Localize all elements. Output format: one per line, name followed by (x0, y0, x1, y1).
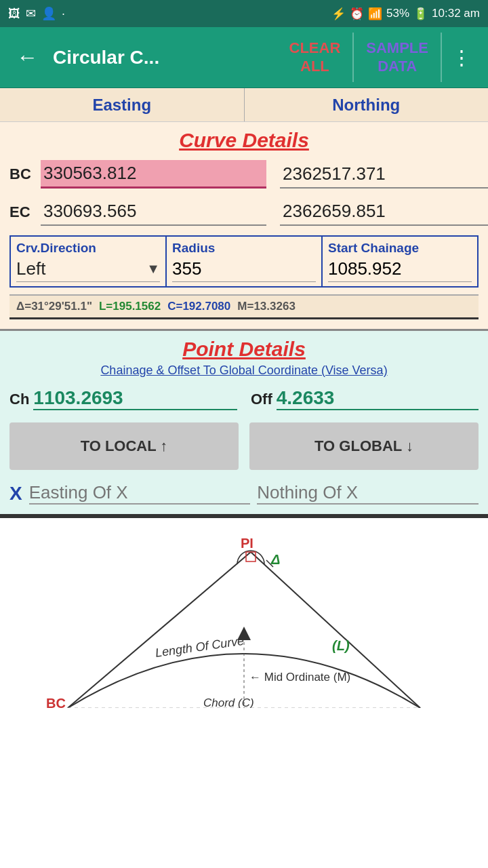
svg-text:Δ: Δ (270, 552, 280, 567)
direction-select[interactable]: Left ▼ (16, 258, 160, 282)
curve-details-section: Curve Details BC EC Crv.Direction Left ▼… (0, 122, 488, 331)
direction-cell: Crv.Direction Left ▼ (11, 237, 167, 286)
m-stat: M=13.3263 (237, 300, 296, 313)
northing-header: Northing (245, 88, 489, 121)
wifi-icon: 📶 (368, 7, 382, 21)
bc-easting-input[interactable] (41, 160, 266, 189)
action-buttons: TO LOCAL ↑ TO GLOBAL ↓ (9, 422, 479, 470)
image-icon: 🖼 (8, 7, 20, 21)
svg-text:Chord (C): Chord (C) (203, 696, 254, 708)
alarm-icon: ⏰ (350, 7, 364, 21)
person-icon: 👤 (41, 6, 56, 21)
radius-cell: Radius (167, 237, 323, 286)
sample-data-button[interactable]: SAMPLEDATA (354, 33, 442, 82)
curve-diagram: PI Δ Length Of Curve (L) ← Mid Ordinate … (0, 516, 488, 711)
svg-text:BC: BC (46, 696, 66, 708)
clear-all-button[interactable]: CLEARALL (277, 33, 354, 82)
ch-field: Ch (9, 387, 237, 410)
off-field: Off (251, 387, 479, 410)
x-label: X (9, 483, 22, 505)
curve-diagram-svg: PI Δ Length Of Curve (L) ← Mid Ordinate … (0, 518, 488, 708)
delta-stat: Δ=31°29'51.1" (16, 300, 92, 313)
direction-value: Left (16, 258, 45, 279)
northing-x-input[interactable] (257, 482, 479, 505)
radius-label: Radius (172, 241, 316, 256)
back-button[interactable]: ← (7, 39, 47, 75)
chainage-value (328, 258, 472, 282)
battery-text: 53% (386, 7, 409, 20)
status-bar: 🖼 ✉ 👤 · ⚡ ⏰ 📶 53% 🔋 10:32 am (0, 0, 488, 27)
chainage-cell: Start Chainage (323, 237, 477, 286)
off-input[interactable] (277, 387, 479, 410)
pi-label: PI (241, 536, 253, 551)
bc-northing-input[interactable] (280, 161, 488, 189)
status-left-icons: 🖼 ✉ 👤 · (8, 6, 65, 21)
off-label: Off (251, 391, 272, 408)
bluetooth-icon: ⚡ (331, 7, 346, 21)
ec-label: EC (9, 203, 41, 221)
direction-label: Crv.Direction (16, 241, 160, 256)
ch-off-row: Ch Off (9, 387, 479, 410)
ec-easting-input[interactable] (41, 198, 266, 226)
status-right-icons: ⚡ ⏰ 📶 53% 🔋 10:32 am (331, 7, 480, 21)
radius-value (172, 258, 316, 282)
page-title: Circular C... (47, 47, 277, 68)
coord-x-row: X (9, 482, 479, 505)
point-details-section: Point Details Chainage & Offset To Globa… (0, 331, 488, 516)
ch-label: Ch (9, 391, 29, 408)
svg-text:(L): (L) (332, 638, 350, 653)
l-stat: L=195.1562 (99, 300, 161, 313)
ch-input[interactable] (33, 387, 237, 410)
mail-icon: ✉ (26, 6, 36, 21)
bc-label: BC (9, 165, 41, 183)
direction-dropdown-arrow: ▼ (146, 261, 160, 277)
easting-x-input[interactable] (29, 482, 251, 505)
column-headers: Easting Northing (0, 88, 488, 122)
dot-icon: · (62, 7, 65, 21)
ec-northing-input[interactable] (280, 198, 488, 226)
easting-header: Easting (0, 88, 245, 121)
chainage-label: Start Chainage (328, 241, 472, 256)
toolbar: ← Circular C... CLEARALL SAMPLEDATA ⋮ (0, 27, 488, 88)
to-local-button[interactable]: TO LOCAL ↑ (9, 422, 239, 470)
stats-bar: Δ=31°29'51.1" L=195.1562 C=192.7080 M=13… (9, 294, 479, 319)
bc-row: BC (9, 160, 479, 189)
chainage-input[interactable] (328, 258, 472, 279)
time-display: 10:32 am (432, 7, 480, 20)
params-row: Crv.Direction Left ▼ Radius Start Chaina… (9, 235, 479, 288)
curve-details-title: Curve Details (9, 129, 479, 152)
more-options-button[interactable]: ⋮ (442, 39, 481, 76)
subtitle-link[interactable]: Chainage & Offset To Global Coordinate (… (9, 363, 479, 378)
battery-icon: 🔋 (413, 7, 428, 21)
point-details-title: Point Details (9, 338, 479, 361)
svg-text:← Mid Ordinate (M): ← Mid Ordinate (M) (249, 671, 350, 684)
ec-row: EC (9, 198, 479, 226)
to-global-button[interactable]: TO GLOBAL ↓ (249, 422, 479, 470)
radius-input[interactable] (172, 258, 316, 279)
c-stat: C=192.7080 (167, 300, 230, 313)
